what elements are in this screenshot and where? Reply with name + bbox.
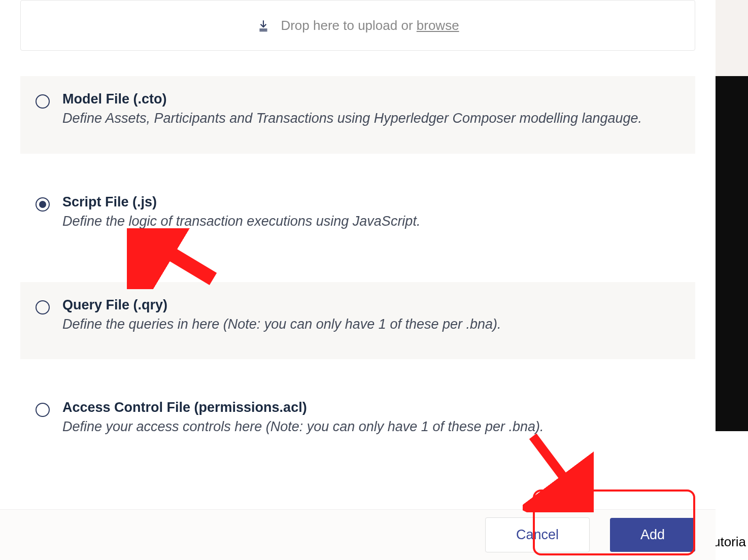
bg-strip-top [716,0,748,76]
radio-model-file[interactable] [36,94,50,109]
option-title: Model File (.cto) [62,91,680,107]
option-title: Query File (.qry) [62,297,680,313]
upload-text-prefix: Drop here to upload or [281,18,416,33]
modal-content: Drop here to upload or browse Model File… [0,0,716,462]
option-description: Define the queries in here (Note: you ca… [62,315,680,334]
modal-footer: Cancel Add [0,509,716,560]
option-text: Script File (.js) Define the logic of tr… [62,194,680,231]
option-query-file[interactable]: Query File (.qry) Define the queries in … [20,282,695,360]
option-text: Model File (.cto) Define Assets, Partici… [62,91,680,128]
option-acl-file[interactable]: Access Control File (permissions.acl) De… [20,384,695,462]
option-description: Define your access controls here (Note: … [62,417,680,437]
upload-dropzone[interactable]: Drop here to upload or browse [20,0,695,51]
radio-script-file[interactable] [36,197,50,212]
bg-dark-strip [716,76,748,431]
option-description: Define the logic of transaction executio… [62,212,680,231]
cancel-button[interactable]: Cancel [485,517,590,552]
download-icon [256,18,270,32]
option-text: Access Control File (permissions.acl) De… [62,400,680,437]
add-file-modal: Drop here to upload or browse Model File… [0,0,716,560]
add-button[interactable]: Add [610,518,695,552]
radio-acl-file[interactable] [36,403,50,417]
browse-link[interactable]: browse [417,18,459,33]
option-model-file[interactable]: Model File (.cto) Define Assets, Partici… [20,76,695,154]
bg-partial-text: utoria [711,534,748,550]
option-script-file[interactable]: Script File (.js) Define the logic of tr… [20,179,695,257]
option-title: Access Control File (permissions.acl) [62,400,680,415]
option-text: Query File (.qry) Define the queries in … [62,297,680,334]
upload-text: Drop here to upload or browse [281,18,459,33]
option-description: Define Assets, Participants and Transact… [62,109,680,128]
option-title: Script File (.js) [62,194,680,210]
radio-query-file[interactable] [36,300,50,314]
